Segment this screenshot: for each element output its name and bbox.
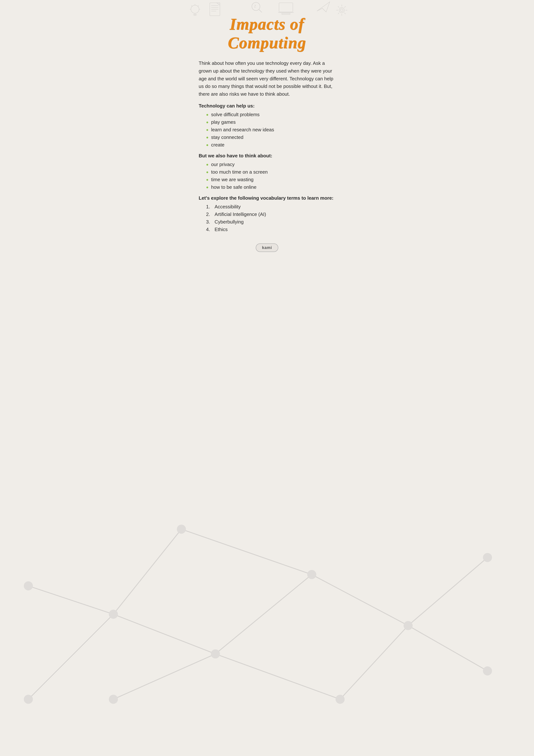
section1-list: solve difficult problems play games lear… — [206, 112, 335, 148]
list-item: create — [206, 142, 335, 148]
list-item: learn and research new ideas — [206, 127, 335, 133]
svg-line-4 — [408, 558, 488, 626]
list-item: solve difficult problems — [206, 112, 335, 118]
section1-heading: Technology can help us: — [199, 103, 335, 109]
list-item: 4.Ethics — [206, 227, 335, 232]
svg-point-21 — [24, 581, 33, 590]
svg-line-8 — [340, 626, 408, 699]
main-page: Impacts of Computing Think about how oft… — [184, 0, 350, 756]
list-item: 1.Accessibility — [206, 204, 335, 210]
svg-line-10 — [28, 586, 113, 614]
list-item: how to be safe online — [206, 184, 335, 190]
list-item: our privacy — [206, 162, 335, 167]
svg-line-0 — [28, 614, 113, 699]
kami-brand-badge: kami — [256, 243, 278, 252]
footer: kami — [199, 243, 335, 256]
svg-point-19 — [109, 695, 118, 704]
section2-heading: But we also have to think about: — [199, 153, 335, 159]
svg-point-16 — [404, 621, 413, 630]
svg-point-12 — [24, 695, 33, 704]
section3-list: 1.Accessibility 2.Artificial Intelligenc… — [206, 204, 335, 232]
svg-line-11 — [408, 626, 488, 671]
svg-point-17 — [483, 553, 492, 562]
list-item: 3.Cyberbullying — [206, 219, 335, 225]
list-item: play games — [206, 119, 335, 125]
page-title-line2: Computing — [199, 34, 335, 52]
section3-heading: Let's explore the following vocabulary t… — [199, 195, 335, 201]
list-item: 2.Artificial Intelligence (AI) — [206, 211, 335, 217]
intro-paragraph: Think about how often you use technology… — [199, 60, 335, 98]
list-item: stay connected — [206, 134, 335, 140]
section2-list: our privacy too much time on a screen ti… — [206, 162, 335, 190]
svg-line-5 — [113, 529, 181, 614]
svg-point-22 — [483, 666, 492, 675]
list-item: too much time on a screen — [206, 169, 335, 175]
title-block: Impacts of Computing — [199, 15, 335, 52]
page-title-line1: Impacts of — [199, 15, 335, 34]
list-item: time we are wasting — [206, 177, 335, 182]
svg-point-13 — [109, 610, 118, 619]
